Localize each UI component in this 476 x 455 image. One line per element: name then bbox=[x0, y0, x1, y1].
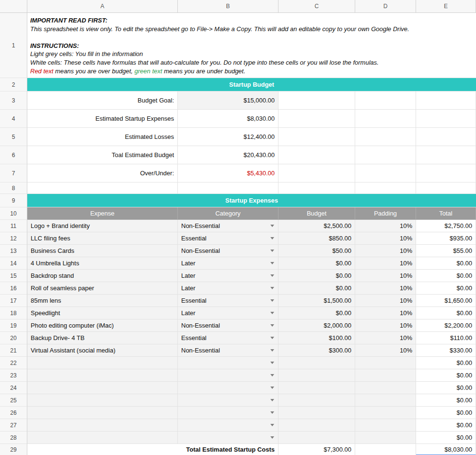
total-cell[interactable]: $110.00 bbox=[416, 332, 476, 344]
total-column-header[interactable]: Total bbox=[416, 207, 476, 220]
column-header-a[interactable]: A bbox=[27, 0, 178, 13]
padding-cell[interactable] bbox=[355, 432, 416, 444]
total-cell[interactable]: $0.00 bbox=[416, 419, 476, 432]
budget-cell[interactable] bbox=[279, 369, 355, 382]
category-dropdown-icon[interactable] bbox=[270, 312, 274, 314]
over-under-value-cell[interactable]: $5,430.00 bbox=[178, 164, 279, 182]
startup-expenses-title[interactable]: Startup Expenses bbox=[27, 194, 476, 207]
category-cell[interactable] bbox=[178, 369, 279, 382]
category-dropdown-icon[interactable] bbox=[270, 349, 274, 352]
category-cell[interactable] bbox=[178, 382, 279, 394]
category-dropdown-icon[interactable] bbox=[270, 362, 274, 364]
column-header-b[interactable]: B bbox=[178, 0, 279, 13]
row-header-14[interactable]: 14 bbox=[0, 257, 27, 270]
row-header-12[interactable]: 12 bbox=[0, 232, 27, 245]
budget-cell[interactable] bbox=[279, 432, 355, 444]
row-header-2[interactable]: 2 bbox=[0, 78, 27, 91]
budget-cell[interactable] bbox=[279, 419, 355, 432]
total-cell[interactable]: $0.00 bbox=[416, 307, 476, 319]
category-cell[interactable] bbox=[178, 394, 279, 407]
est-expenses-value-cell[interactable]: $8,030.00 bbox=[178, 110, 279, 128]
row-header-15[interactable]: 15 bbox=[0, 270, 27, 282]
padding-cell[interactable]: 10% bbox=[355, 232, 416, 245]
padding-cell[interactable]: 10% bbox=[355, 295, 416, 307]
budget-column-header[interactable]: Budget bbox=[279, 207, 355, 220]
budget-cell[interactable]: $0.00 bbox=[279, 307, 355, 319]
total-budget-value-cell[interactable]: $20,430.00 bbox=[178, 146, 279, 164]
expense-name-cell[interactable]: Backdrop stand bbox=[27, 270, 178, 282]
empty-cell-c4[interactable] bbox=[279, 110, 355, 128]
category-column-header[interactable]: Category bbox=[178, 207, 279, 220]
empty-cell-d5[interactable] bbox=[355, 128, 416, 146]
padding-cell[interactable] bbox=[355, 382, 416, 394]
expense-name-cell[interactable]: Roll of seamless paper bbox=[27, 282, 178, 295]
row-header-3[interactable]: 3 bbox=[0, 91, 27, 110]
empty-cell-d29[interactable] bbox=[355, 444, 416, 455]
budget-cell[interactable] bbox=[279, 394, 355, 407]
category-cell[interactable] bbox=[178, 419, 279, 432]
padding-cell[interactable]: 10% bbox=[355, 220, 416, 232]
padding-cell[interactable]: 10% bbox=[355, 245, 416, 257]
total-cell[interactable]: $0.00 bbox=[416, 432, 476, 444]
empty-cell-c6[interactable] bbox=[279, 146, 355, 164]
startup-budget-title[interactable]: Startup Budget bbox=[27, 78, 476, 91]
expense-name-cell[interactable] bbox=[27, 369, 178, 382]
row-header-4[interactable]: 4 bbox=[0, 110, 27, 128]
expense-name-cell[interactable] bbox=[27, 432, 178, 444]
category-cell[interactable]: Essential bbox=[178, 232, 279, 245]
category-dropdown-icon[interactable] bbox=[270, 274, 274, 277]
category-cell[interactable]: Later bbox=[178, 270, 279, 282]
category-dropdown-icon[interactable] bbox=[270, 399, 274, 401]
padding-cell[interactable] bbox=[355, 369, 416, 382]
empty-cell-e4[interactable] bbox=[416, 110, 476, 128]
empty-cell-e3[interactable] bbox=[416, 91, 476, 110]
empty-cell-d7[interactable] bbox=[355, 164, 416, 182]
row-header-11[interactable]: 11 bbox=[0, 220, 27, 232]
empty-cell-e5[interactable] bbox=[416, 128, 476, 146]
total-cell[interactable]: $0.00 bbox=[416, 257, 476, 270]
budget-goal-value-cell[interactable]: $15,000.00 bbox=[178, 91, 279, 110]
total-cell[interactable]: $2,750.00 bbox=[416, 220, 476, 232]
expense-name-cell[interactable]: Virtual Assistant (social media) bbox=[27, 344, 178, 357]
category-dropdown-icon[interactable] bbox=[270, 262, 274, 264]
budget-cell[interactable] bbox=[279, 407, 355, 419]
empty-cell-c5[interactable] bbox=[279, 128, 355, 146]
expense-column-header[interactable]: Expense bbox=[27, 207, 178, 220]
padding-cell[interactable]: 10% bbox=[355, 332, 416, 344]
row-header-13[interactable]: 13 bbox=[0, 245, 27, 257]
padding-cell[interactable]: 10% bbox=[355, 307, 416, 319]
total-cell[interactable]: $0.00 bbox=[416, 394, 476, 407]
budget-cell[interactable] bbox=[279, 357, 355, 369]
budget-cell[interactable]: $1,500.00 bbox=[279, 295, 355, 307]
padding-cell[interactable]: 10% bbox=[355, 270, 416, 282]
empty-cell-e7[interactable] bbox=[416, 164, 476, 182]
budget-cell[interactable]: $2,500.00 bbox=[279, 220, 355, 232]
empty-cell-d4[interactable] bbox=[355, 110, 416, 128]
category-cell[interactable]: Non-Essential bbox=[178, 220, 279, 232]
expense-name-cell[interactable] bbox=[27, 394, 178, 407]
row-header-7[interactable]: 7 bbox=[0, 164, 27, 182]
row-header-23[interactable]: 23 bbox=[0, 369, 27, 382]
category-cell[interactable] bbox=[178, 432, 279, 444]
empty-cell-a8[interactable] bbox=[27, 182, 178, 194]
row-header-26[interactable]: 26 bbox=[0, 407, 27, 419]
budget-cell[interactable]: $0.00 bbox=[279, 270, 355, 282]
total-cell[interactable]: $0.00 bbox=[416, 369, 476, 382]
total-cell[interactable]: $330.00 bbox=[416, 344, 476, 357]
column-header-d[interactable]: D bbox=[355, 0, 416, 13]
total-cell[interactable]: $0.00 bbox=[416, 382, 476, 394]
row-header-24[interactable]: 24 bbox=[0, 382, 27, 394]
grand-total-cell[interactable]: $8,030.00 bbox=[416, 444, 476, 455]
expense-name-cell[interactable]: Business Cards bbox=[27, 245, 178, 257]
expense-name-cell[interactable]: Backup Drive- 4 TB bbox=[27, 332, 178, 344]
select-all-corner[interactable] bbox=[0, 0, 27, 13]
empty-cell-e6[interactable] bbox=[416, 146, 476, 164]
total-cell[interactable]: $2,200.00 bbox=[416, 319, 476, 332]
est-losses-label-cell[interactable]: Estimated Losses bbox=[27, 128, 178, 146]
padding-cell[interactable] bbox=[355, 357, 416, 369]
budget-cell[interactable]: $50.00 bbox=[279, 245, 355, 257]
total-cell[interactable]: $935.00 bbox=[416, 232, 476, 245]
row-header-28[interactable]: 28 bbox=[0, 432, 27, 444]
expense-name-cell[interactable]: 4 Umbrella Lights bbox=[27, 257, 178, 270]
over-under-label-cell[interactable]: Over/Under: bbox=[27, 164, 178, 182]
